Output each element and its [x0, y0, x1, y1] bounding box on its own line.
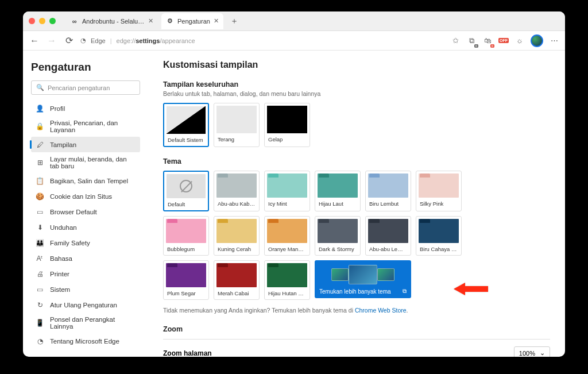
theme-icy-mint[interactable]: Icy Mint	[264, 171, 310, 211]
back-button[interactable]: ←	[29, 35, 40, 47]
search-input[interactable]: 🔍 Pencarian pengaturan	[31, 80, 140, 95]
maximize-window[interactable]	[49, 18, 56, 24]
sidebar-item-label: Cookie dan Izin Situs	[50, 193, 112, 200]
close-icon[interactable]: ✕	[214, 17, 219, 25]
discover-label: Temukan lebih banyak tema	[319, 288, 391, 295]
theme-bubblegum[interactable]: Bubblegum	[163, 216, 209, 256]
theme-label: Plum Segar	[164, 288, 208, 299]
theme-abu-abu-lembut[interactable]: Abu-abu Lembut	[365, 216, 411, 256]
globe-icon: ∞	[71, 17, 79, 25]
favorites-icon[interactable]: ✩	[450, 36, 461, 46]
zoom-select[interactable]: 100% ⌄	[514, 346, 550, 357]
close-icon[interactable]: ✕	[148, 17, 153, 25]
sidebar-item-label: Printer	[50, 271, 69, 277]
sidebar-icon: 👪	[36, 238, 44, 247]
address-bar[interactable]: ◔ Edge | edge://settings/appearance	[80, 37, 444, 44]
theme-label: Biru Cahaya Bulan	[416, 244, 461, 255]
theme-merah-cabai[interactable]: Merah Cabai	[214, 260, 260, 300]
sidebar-item-label: Tampilan	[50, 141, 76, 148]
look-label: Gelap	[265, 133, 310, 145]
sidebar-item-family-safety[interactable]: 👪Family Safety	[31, 235, 140, 250]
sidebar-item-privasi-pencarian-dan-layanan[interactable]: 🔒Privasi, Pencarian, dan Layanan	[31, 116, 140, 137]
toolbar: ← → ⟳ ◔ Edge | edge://settings/appearanc…	[23, 31, 565, 51]
theme-label: Kuning Cerah	[214, 244, 259, 255]
settings-icon[interactable]: ☼	[514, 36, 525, 46]
sidebar-item-label: Atur Ulang Pengaturan	[50, 302, 117, 309]
close-window[interactable]	[29, 18, 35, 24]
theme-plum-segar[interactable]: Plum Segar	[163, 260, 209, 300]
section-theme: Tema	[163, 157, 550, 165]
sidebar-item-browser-default[interactable]: ▭Browser Default	[31, 204, 140, 219]
profile-avatar[interactable]	[531, 34, 543, 47]
theme-hijau-laut[interactable]: Hijau Laut	[315, 171, 361, 211]
sidebar-item-bahasa[interactable]: AᵗBahasa	[31, 250, 140, 266]
sidebar-item-layar-mulai-beranda-dan-tab-baru[interactable]: ⊞Layar mulai, beranda, dan tab baru	[31, 152, 140, 173]
sidebar-item-profil[interactable]: 👤Profil	[31, 101, 140, 116]
theme-biru-lembut[interactable]: Biru Lembut	[365, 171, 411, 211]
sidebar-item-bagikan-salin-dan-tempel[interactable]: 📋Bagikan, Salin dan Tempel	[31, 173, 140, 188]
sidebar-icon: ⬇	[36, 223, 44, 232]
shopping-icon[interactable]: 🛍0	[482, 36, 493, 46]
sidebar: Pengaturan 🔍 Pencarian pengaturan 👤Profi…	[23, 51, 148, 357]
new-tab-button[interactable]: ＋	[227, 16, 242, 26]
sidebar-item-atur-ulang-pengaturan[interactable]: ↻Atur Ulang Pengaturan	[31, 297, 140, 313]
theme-abu-abu-kabut-p-[interactable]: Abu-abu Kabut P...	[214, 171, 260, 211]
sidebar-item-tentang-microsoft-edge[interactable]: ◔Tentang Microsoft Edge	[31, 333, 140, 349]
theme-hijau-hutan-mistis[interactable]: Hijau Hutan Mistis	[264, 260, 310, 300]
theme-silky-pink[interactable]: Silky Pink	[416, 171, 462, 211]
look-label: Default Sistem	[164, 134, 208, 146]
discover-more-themes[interactable]: Temukan lebih banyak tema⧉	[315, 260, 411, 298]
tab-title: Androbuntu - Selalu Tahu Tekn...	[82, 18, 145, 25]
theme-dark-stormy[interactable]: Dark & Stormy	[315, 216, 361, 256]
sidebar-item-label: Tentang Microsoft Edge	[50, 338, 119, 345]
sidebar-item-ponsel-dan-perangkat-lainnya[interactable]: 📱Ponsel dan Perangkat Lainnya	[31, 313, 140, 333]
sidebar-item-printer[interactable]: 🖨Printer	[31, 266, 140, 282]
zoom-value: 100%	[519, 350, 535, 357]
chevron-down-icon: ⌄	[540, 349, 545, 357]
theme-label: Oranye Mangga	[265, 244, 310, 255]
minimize-window[interactable]	[39, 18, 45, 24]
theme-label: Abu-abu Kabut P...	[214, 199, 259, 210]
main-panel: Kustomisasi tampilan Tampilan keseluruha…	[148, 51, 565, 357]
theme-label: Dark & Stormy	[315, 244, 360, 255]
sidebar-item-sistem[interactable]: ▭Sistem	[31, 282, 140, 297]
sidebar-item-label: Bahasa	[50, 255, 72, 262]
reload-button[interactable]: ⟳	[63, 35, 75, 47]
sidebar-item-label: Profil	[50, 105, 65, 112]
tab-settings[interactable]: ⚙ Pengaturan ✕	[161, 13, 223, 29]
theme-note: Tidak menemukan yang Anda inginkan? Temu…	[163, 307, 550, 314]
coupons-icon[interactable]: OFF	[498, 36, 509, 46]
collections-icon[interactable]: ⧉0	[466, 36, 477, 46]
look-option-default-sistem[interactable]: Default Sistem	[163, 103, 209, 147]
sidebar-icon: ⊞	[36, 159, 44, 167]
theme-label: Bubblegum	[164, 244, 208, 255]
theme-label: Biru Lembut	[366, 199, 411, 210]
sidebar-icon: Aᵗ	[36, 254, 44, 263]
look-option-gelap[interactable]: Gelap	[264, 103, 310, 147]
theme-oranye-mangga[interactable]: Oranye Mangga	[264, 216, 310, 256]
theme-label: Default	[164, 199, 208, 210]
sidebar-item-label: Unduhan	[50, 224, 77, 231]
sidebar-icon: ▭	[36, 207, 44, 216]
sidebar-item-label: Browser Default	[50, 209, 97, 215]
forward-button[interactable]: →	[46, 35, 57, 47]
theme-kuning-cerah[interactable]: Kuning Cerah	[214, 216, 260, 256]
theme-biru-cahaya-bulan[interactable]: Biru Cahaya Bulan	[416, 216, 462, 256]
sidebar-item-unduhan[interactable]: ⬇Unduhan	[31, 219, 140, 235]
look-preview	[216, 106, 257, 133]
external-icon: ⧉	[403, 288, 407, 295]
sidebar-item-tampilan[interactable]: 🖊Tampilan	[31, 137, 140, 152]
chrome-web-store-link[interactable]: Chrome Web Store	[355, 307, 407, 314]
edge-icon: ◔	[80, 37, 86, 44]
sidebar-icon: 🔒	[36, 122, 44, 131]
sidebar-item-label: Ponsel dan Perangkat Lainnya	[50, 316, 136, 330]
sidebar-icon: 🖨	[36, 269, 44, 278]
theme-default[interactable]: Default	[163, 171, 209, 211]
titlebar: ∞ Androbuntu - Selalu Tahu Tekn... ✕ ⚙ P…	[23, 11, 565, 31]
look-option-terang[interactable]: Terang	[214, 103, 260, 147]
sidebar-item-label: Privasi, Pencarian, dan Layanan	[50, 119, 136, 133]
tab-androbuntu[interactable]: ∞ Androbuntu - Selalu Tahu Tekn... ✕	[66, 13, 158, 29]
sidebar-item-label: Bagikan, Salin dan Tempel	[50, 178, 128, 184]
sidebar-item-cookie-dan-izin-situs[interactable]: 🍪Cookie dan Izin Situs	[31, 188, 140, 204]
more-icon[interactable]: ⋯	[549, 36, 559, 46]
